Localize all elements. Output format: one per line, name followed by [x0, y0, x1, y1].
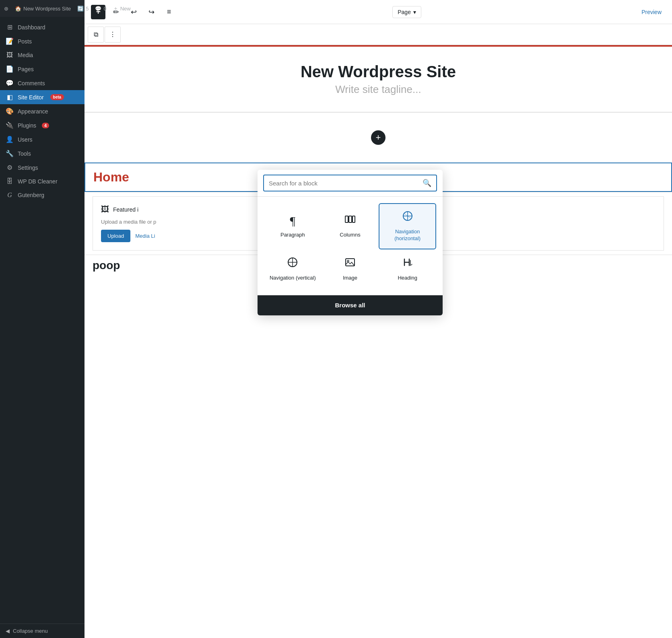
db-cleaner-icon: 🗄 [6, 178, 14, 185]
navigation-vertical-icon [287, 257, 298, 271]
sidebar-item-label: Pages [18, 66, 34, 72]
block-columns[interactable]: Columns [322, 203, 379, 249]
browse-all-button[interactable]: Browse all [264, 302, 436, 309]
copy-block-button[interactable]: ⧉ [88, 27, 104, 43]
more-options-button[interactable]: ⋮ [105, 27, 121, 43]
updates-icon: 🔄 [77, 6, 84, 12]
sidebar-item-appearance[interactable]: 🎨 Appearance [0, 104, 85, 118]
comments-count: 0 [103, 6, 106, 12]
collapse-icon: ◀ [6, 628, 10, 634]
redo-button[interactable]: ↪ [144, 5, 159, 19]
sidebar-item-label: Plugins [18, 122, 36, 129]
chevron-down-icon: ▾ [413, 9, 416, 15]
sidebar-item-label: Tools [18, 150, 31, 157]
admin-bar: ⊛ 🏠 New Wordpress Site 🔄 5 💬 0 ＋ New [0, 0, 85, 17]
featured-block-title: Featured i [113, 206, 138, 213]
navigation-horizontal-label: Navigation (horizontal) [383, 228, 432, 242]
block-paragraph[interactable]: ¶ Paragraph [264, 203, 322, 249]
media-icon: 🖼 [6, 51, 14, 59]
columns-label: Columns [340, 232, 360, 239]
settings-icon: ⚙ [6, 164, 14, 171]
sidebar-item-tools[interactable]: 🔧 Tools [0, 146, 85, 161]
sidebar-item-label: WP DB Cleaner [18, 178, 58, 185]
add-block-button[interactable]: + [371, 130, 385, 145]
block-navigation-horizontal[interactable]: Navigation (horizontal) [379, 203, 436, 249]
dashboard-icon: ⊞ [6, 23, 14, 31]
media-library-button[interactable]: Media Li [135, 233, 155, 239]
redo-icon: ↪ [148, 8, 155, 16]
pages-icon: 📄 [6, 65, 14, 73]
sidebar-item-site-editor[interactable]: ◧ Site Editor beta [0, 90, 85, 104]
users-icon: 👤 [6, 136, 14, 143]
page-selector[interactable]: Page ▾ [392, 6, 421, 18]
canvas: New Wordpress Site Write site tagline...… [85, 45, 672, 638]
inserter-blocks-grid: ¶ Paragraph Columns [258, 197, 443, 295]
search-icon: 🔍 [423, 179, 431, 187]
search-input[interactable] [269, 180, 419, 187]
sidebar-item-plugins[interactable]: 🔌 Plugins 4 [0, 118, 85, 132]
sidebar-item-settings[interactable]: ⚙ Settings [0, 161, 85, 175]
undo-icon: ↩ [131, 8, 137, 16]
new-item[interactable]: ＋ New [113, 5, 131, 12]
sidebar-item-posts[interactable]: 📝 Posts [0, 34, 85, 48]
sidebar-item-label: Dashboard [18, 24, 45, 31]
block-navigation-vertical[interactable]: Navigation (vertical) [264, 249, 322, 289]
svg-rect-0 [345, 216, 348, 222]
site-editor-icon: ◧ [6, 93, 14, 101]
inserter-footer: Browse all [258, 295, 443, 315]
image-icon [344, 257, 356, 271]
copy-icon: ⧉ [94, 31, 98, 38]
paragraph-icon: ¶ [290, 214, 296, 228]
gutenberg-icon: G [6, 191, 14, 199]
sidebar: ⊛ 🏠 New Wordpress Site 🔄 5 💬 0 ＋ New ⊞ D… [0, 0, 85, 638]
sidebar-item-gutenberg[interactable]: G Gutenberg [0, 188, 85, 202]
image-label: Image [343, 275, 357, 282]
plus-icon: ＋ [113, 5, 118, 12]
sidebar-item-label: Comments [18, 80, 45, 86]
comments-item[interactable]: 💬 0 [95, 6, 106, 12]
sidebar-nav: ⊞ Dashboard 📝 Posts 🖼 Media 📄 Pages 💬 Co… [0, 17, 85, 624]
comments-icon: 💬 [95, 6, 101, 12]
list-icon: ≡ [167, 8, 171, 16]
columns-icon [344, 214, 356, 228]
sidebar-item-label: Users [18, 136, 33, 143]
sidebar-item-label: Posts [18, 38, 32, 45]
collapse-label: Collapse menu [13, 628, 48, 634]
more-icon: ⋮ [109, 31, 116, 38]
featured-image-icon: 🖼 [101, 205, 109, 214]
block-image[interactable]: Image [322, 249, 379, 289]
comments-nav-icon: 💬 [6, 79, 14, 87]
preview-button[interactable]: Preview [637, 6, 666, 18]
sidebar-item-comments[interactable]: 💬 Comments [0, 76, 85, 90]
updates-item[interactable]: 🔄 5 [77, 6, 89, 12]
upload-button[interactable]: Upload [101, 230, 130, 242]
add-block-area: + [85, 125, 672, 150]
main-area: + ✏ ↩ ↪ ≡ Page ▾ Preview ⧉ ⋮ [85, 0, 672, 638]
sidebar-item-wp-db-cleaner[interactable]: 🗄 WP DB Cleaner [0, 175, 85, 188]
svg-rect-1 [349, 216, 352, 222]
navigation-horizontal-icon [402, 210, 413, 224]
svg-rect-10 [346, 259, 355, 266]
updates-count: 5 [86, 6, 89, 12]
preview-label: Preview [641, 9, 662, 15]
block-heading[interactable]: Heading [379, 249, 436, 289]
sidebar-item-pages[interactable]: 📄 Pages [0, 62, 85, 76]
beta-badge: beta [50, 94, 64, 100]
site-header: New Wordpress Site Write site tagline... [85, 47, 672, 112]
home-icon: 🏠 [15, 6, 21, 12]
list-view-button[interactable]: ≡ [162, 5, 176, 19]
wp-logo-item[interactable]: ⊛ [4, 6, 8, 12]
collapse-menu[interactable]: ◀ Collapse menu [0, 624, 85, 638]
plugins-badge: 4 [42, 123, 49, 128]
sidebar-item-dashboard[interactable]: ⊞ Dashboard [0, 20, 85, 34]
site-tagline: Write site tagline... [93, 83, 664, 96]
sidebar-item-users[interactable]: 👤 Users [0, 132, 85, 146]
sidebar-item-media[interactable]: 🖼 Media [0, 48, 85, 62]
wp-logo-icon: ⊛ [4, 6, 8, 12]
new-label: New [120, 6, 131, 12]
plugins-icon: 🔌 [6, 121, 14, 129]
site-name-item[interactable]: 🏠 New Wordpress Site [15, 6, 71, 12]
paragraph-label: Paragraph [280, 232, 305, 239]
heading-icon [402, 257, 413, 271]
tools-icon: 🔧 [6, 150, 14, 157]
